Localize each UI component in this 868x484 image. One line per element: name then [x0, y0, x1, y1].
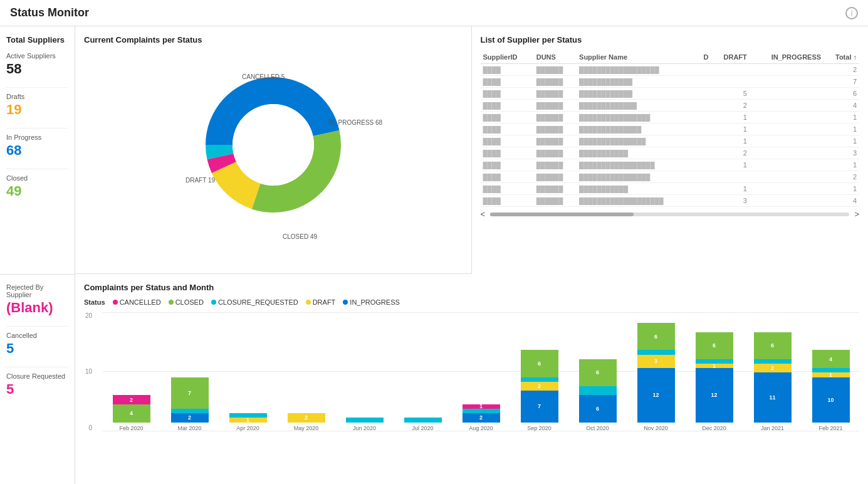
bar-segment: 7: [521, 391, 558, 422]
bar-group: 1014Feb 2021: [802, 350, 859, 431]
legend-label: Status: [84, 298, 105, 306]
table-next[interactable]: >: [854, 209, 859, 219]
cell-d: [698, 159, 711, 171]
cell-total: 2: [824, 64, 859, 76]
cell-supplier-name: ███████████████████: [577, 195, 698, 207]
table-scrollbar-thumb: [490, 213, 634, 216]
bar-segment: 1: [696, 364, 733, 368]
table-row: ████ ██████ ███████████ 2 3: [481, 147, 860, 159]
col-total[interactable]: Total ↑: [824, 51, 859, 64]
bar-label: Feb 2021: [818, 425, 842, 431]
cell-d: [698, 171, 711, 183]
bar-segment: 10: [812, 377, 850, 423]
legend-closed: CLOSED: [169, 298, 204, 306]
bar-group: 27Mar 2020: [161, 377, 218, 431]
cell-draft: [711, 64, 750, 76]
bar-segment: [521, 377, 558, 382]
table-scrollbar[interactable]: [490, 213, 849, 216]
cell-supplier-name: ████████████████: [577, 112, 698, 124]
cell-total: 3: [824, 147, 859, 159]
stacked-bar: 27: [171, 377, 209, 423]
legend-text-in-progress: IN_PROGRESS: [350, 298, 399, 306]
stacked-bar: [346, 418, 384, 422]
stat-in-progress: In Progress 68: [6, 134, 68, 159]
donut-label-draft: DRAFT 19: [186, 177, 215, 184]
stat-label-closed: Closed: [6, 174, 68, 182]
stat-value-in-progress: 68: [6, 142, 68, 159]
cell-supplier-id: ████: [481, 88, 534, 100]
cell-duns: ██████: [534, 112, 577, 124]
cell-duns: ██████: [534, 159, 577, 171]
cell-supplier-name: ████████████: [577, 76, 698, 88]
cell-supplier-name: ███████████: [577, 147, 698, 159]
col-in-progress[interactable]: IN_PROGRESS: [750, 51, 824, 64]
bar-group: 726Sep 2020: [511, 350, 568, 431]
bar-label: Dec 2020: [702, 425, 726, 431]
stacked-bar: 42: [113, 395, 150, 422]
cell-duns: ██████: [534, 135, 577, 147]
cell-supplier-name: █████████████: [577, 100, 698, 112]
cell-in-progress: [750, 171, 824, 183]
cell-total: 6: [824, 88, 859, 100]
bar-segment: 12: [637, 368, 675, 422]
y-label-0: 0: [89, 424, 93, 431]
stat-label-drafts: Drafts: [6, 93, 68, 100]
bar-segment: 11: [754, 372, 792, 422]
bar-segment: 6: [579, 359, 617, 386]
cell-draft: 3: [711, 195, 750, 207]
cell-in-progress: [750, 64, 824, 76]
bar-label: Jan 2021: [761, 425, 784, 431]
col-supplier-name[interactable]: Supplier Name: [577, 51, 698, 64]
stat-value-closed: 49: [6, 183, 68, 199]
col-draft[interactable]: DRAFT: [711, 51, 750, 64]
suppliers-panel-title: List of Supplier per Status: [481, 35, 860, 45]
cell-total: 1: [824, 112, 859, 124]
legend-dot-draft: [306, 300, 311, 305]
chart-area: 20 10 0 42Feb 202027Mar 20201Apr 20202Ma…: [103, 312, 859, 450]
stacked-bar: [404, 418, 442, 422]
table-row: ████ ██████ █████████████ 2 4: [481, 100, 860, 112]
suppliers-table-scroll[interactable]: SupplierID DUNS Supplier Name D DRAFT IN…: [481, 51, 860, 207]
stat-label-rejected: Rejected By Supplier: [6, 283, 68, 298]
cell-in-progress: [750, 88, 824, 100]
col-supplier-id[interactable]: SupplierID: [481, 51, 534, 64]
col-d[interactable]: D: [698, 51, 711, 64]
cell-d: [698, 100, 711, 112]
bar-segment: 1: [229, 418, 267, 422]
col-duns[interactable]: DUNS: [534, 51, 577, 64]
cell-in-progress: [750, 159, 824, 171]
legend-dot-closed: [169, 300, 174, 305]
legend-text-closure: CLOSURE_REQUESTED: [218, 298, 298, 306]
legend-in-progress: IN_PROGRESS: [343, 298, 399, 306]
bar-group: Jul 2020: [394, 418, 451, 431]
legend-text-cancelled: CANCELLED: [120, 298, 161, 306]
cell-duns: ██████: [534, 147, 577, 159]
table-row: ████ ██████ ████████████ 5 6: [481, 88, 860, 100]
bar-segment: 4: [113, 404, 150, 423]
info-icon[interactable]: i: [845, 7, 858, 19]
stat-value-closure: 5: [6, 381, 68, 397]
chart-legend: Status CANCELLED CLOSED CLOSURE_REQUESTE…: [84, 298, 859, 306]
bar-segment: [171, 409, 209, 413]
cell-supplier-name: ███████████: [577, 183, 698, 195]
stat-value-rejected: (Blank): [6, 300, 68, 316]
bar-group: 1126Jan 2021: [744, 332, 801, 431]
table-row: ████ ██████ ███████████ 1 1: [481, 183, 860, 195]
stacked-bar: 2: [288, 413, 325, 422]
bar-segment: [346, 418, 384, 422]
stat-value-active: 58: [6, 61, 68, 77]
cell-draft: 5: [711, 88, 750, 100]
sidebar-bottom: Rejected By Supplier (Blank) Cancelled 5…: [0, 274, 75, 485]
cell-total: 1: [824, 183, 859, 195]
cell-total: 7: [824, 76, 859, 88]
cell-supplier-id: ████: [481, 76, 534, 88]
bar-label: Sep 2020: [527, 425, 552, 431]
bar-segment: [754, 359, 792, 364]
cell-draft: 2: [711, 100, 750, 112]
table-prev[interactable]: <: [481, 209, 486, 219]
suppliers-table: SupplierID DUNS Supplier Name D DRAFT IN…: [481, 51, 860, 207]
legend-cancelled: CANCELLED: [113, 298, 161, 306]
cell-draft: 2: [711, 147, 750, 159]
cell-draft: [711, 171, 750, 183]
bar-group: 66Oct 2020: [569, 359, 626, 431]
